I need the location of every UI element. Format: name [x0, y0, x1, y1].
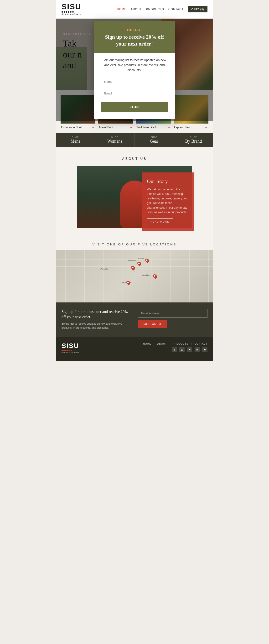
- footer-nav-home[interactable]: HOME: [143, 342, 151, 345]
- about-section: ABOUT US Our Story We get our name from …: [56, 147, 213, 236]
- social-pinterest-icon[interactable]: ⊠: [194, 347, 200, 352]
- logo-dot: [66, 11, 67, 13]
- social-instagram-icon[interactable]: ◎: [179, 347, 184, 352]
- product-name-3: Lapland Tent: [174, 126, 190, 129]
- footer-logo-dot: [69, 350, 70, 351]
- main-nav: HOME ABOUT PRODUCTS CONTACT CART (3): [117, 6, 208, 12]
- shop-gear-label-top: SHOP: [150, 136, 158, 138]
- newsletter-section: Sign up for our newsletter and receive 2…: [56, 302, 213, 337]
- about-story-box: Our Story We get our name from the Finni…: [142, 172, 194, 231]
- product-name-2: Trailblazer Pack: [136, 126, 157, 129]
- shop-categories-bar: SHOP Mens SHOP Womens SHOP Gear SHOP By …: [56, 132, 213, 147]
- footer-nav-products[interactable]: PRODUCTS: [173, 342, 188, 345]
- story-text: We get our name from the Finnish word, S…: [147, 187, 189, 215]
- footer-divider-2: |: [170, 342, 170, 345]
- nav-home[interactable]: HOME: [117, 8, 126, 11]
- footer-nav-contact[interactable]: CONTACT: [194, 342, 208, 345]
- shop-womens[interactable]: SHOP Womens: [95, 132, 134, 147]
- product-label-2: Trailblazer Pack →: [136, 124, 171, 130]
- subscribe-button[interactable]: SUBSCRIBE: [138, 320, 167, 328]
- logo-text: SISU: [62, 3, 81, 10]
- footer-tagline: finnish outfitters: [62, 352, 79, 354]
- shop-brand-label-top: SHOP: [190, 136, 197, 138]
- logo-dot: [62, 11, 63, 13]
- logo-dots: [62, 11, 81, 13]
- footer-logo-dot: [64, 350, 65, 351]
- about-container: Our Story We get our name from the Finni…: [77, 166, 192, 228]
- product-label-1: Travel Boot →: [98, 124, 133, 130]
- shop-gear[interactable]: SHOP Gear: [134, 132, 174, 147]
- product-arrow-2[interactable]: →: [167, 126, 170, 129]
- header: SISU finnish outfitters HOME ABOUT PRODU…: [56, 0, 213, 18]
- story-title: Our Story: [147, 178, 189, 184]
- footer-nav: HOME | ABOUT | PRODUCTS | CONTACT: [143, 342, 208, 345]
- nav-about[interactable]: ABOUT: [131, 8, 142, 11]
- map-label-worcester: Worcester: [100, 268, 108, 270]
- locations-section: VISIT ONE OF OUR FIVE LOCATIONS Boston W…: [56, 236, 213, 302]
- modal-description: Join our mailing list to receive updates…: [101, 58, 168, 72]
- product-arrow-0[interactable]: →: [92, 126, 95, 129]
- product-name-1: Travel Boot: [99, 126, 113, 129]
- page-wrapper: SISU finnish outfitters HOME ABOUT PRODU…: [56, 0, 213, 361]
- modal-hello: HELLO!: [101, 28, 168, 32]
- footer-logo-dot: [71, 350, 72, 351]
- product-arrow-3[interactable]: →: [204, 126, 208, 129]
- about-section-title: ABOUT US: [60, 157, 208, 160]
- modal-title: Sign up to receive 20% off your next ord…: [101, 34, 168, 47]
- footer-top: SISU finnish outfitters HOME | ABOUT |: [62, 342, 208, 354]
- modal-body: Join our mailing list to receive updates…: [94, 53, 175, 118]
- map-label-brockton: Brockton: [142, 274, 150, 276]
- social-facebook-icon[interactable]: f: [172, 347, 177, 352]
- product-name-0: Endurance Shell: [61, 126, 82, 129]
- footer-logo-text: SISU: [62, 342, 79, 349]
- map-container: Boston Worcester Providence Brockton Wal…: [56, 250, 213, 302]
- social-twitter-icon[interactable]: ✦: [187, 347, 192, 352]
- nav-products[interactable]: PRODUCTS: [146, 8, 164, 11]
- map-background: [56, 250, 213, 302]
- read-more-button[interactable]: READ MORE: [147, 218, 173, 225]
- signup-modal: HELLO! Sign up to receive 20% off your n…: [94, 21, 175, 119]
- footer-logo-area: SISU finnish outfitters: [62, 342, 79, 354]
- map-label-waltham: Waltham: [128, 260, 136, 262]
- newsletter-description: Be the first to receive updates on new a…: [62, 322, 131, 330]
- logo-dot: [64, 11, 65, 13]
- product-label-0: Endurance Shell →: [60, 124, 96, 130]
- modal-overlay[interactable]: HELLO! Sign up to receive 20% off your n…: [56, 18, 213, 121]
- hero-section: NEW ARRIVALS Tak our n and HELLO! Sign u…: [56, 18, 213, 90]
- shop-by-brand[interactable]: SHOP By Brand: [174, 132, 213, 147]
- footer-logo-dot: [67, 350, 68, 351]
- newsletter-email-input[interactable]: [138, 309, 208, 318]
- shop-womens-label-main: Womens: [107, 139, 122, 144]
- cart-button[interactable]: CART (3): [188, 6, 208, 12]
- newsletter-left: Sign up for our newsletter and receive 2…: [62, 309, 131, 330]
- footer-right: HOME | ABOUT | PRODUCTS | CONTACT f ◎ ✦ …: [143, 342, 208, 352]
- logo-dot: [70, 11, 72, 13]
- locations-title: VISIT ONE OF OUR FIVE LOCATIONS: [56, 242, 213, 246]
- social-youtube-icon[interactable]: ▶: [202, 347, 208, 352]
- footer-logo-dot: [65, 350, 66, 351]
- footer: SISU finnish outfitters HOME | ABOUT |: [56, 337, 213, 361]
- modal-name-input[interactable]: [101, 77, 168, 86]
- modal-top: HELLO! Sign up to receive 20% off your n…: [94, 21, 175, 53]
- logo-dot: [72, 11, 74, 13]
- shop-gear-label-main: Gear: [150, 139, 158, 144]
- product-label-3: Lapland Tent →: [174, 124, 208, 130]
- footer-divider-1: |: [154, 342, 154, 345]
- logo-dot: [68, 11, 70, 13]
- shop-mens-label-top: SHOP: [72, 136, 79, 138]
- newsletter-right: SUBSCRIBE: [138, 309, 208, 328]
- footer-divider-3: |: [191, 342, 192, 345]
- map-label-boston: Boston: [138, 257, 144, 260]
- nav-contact[interactable]: CONTACT: [168, 8, 184, 11]
- shop-womens-label-top: SHOP: [111, 136, 118, 138]
- logo-tagline: finnish outfitters: [62, 13, 81, 16]
- shop-mens-label-main: Mens: [70, 139, 80, 144]
- modal-join-button[interactable]: JOIN: [101, 102, 168, 112]
- product-arrow-1[interactable]: →: [129, 126, 132, 129]
- footer-nav-about[interactable]: ABOUT: [158, 342, 167, 345]
- modal-email-input[interactable]: [101, 89, 168, 98]
- shop-mens[interactable]: SHOP Mens: [56, 132, 95, 147]
- logo-area: SISU finnish outfitters: [62, 3, 81, 16]
- footer-logo-dot: [62, 350, 63, 351]
- footer-social: f ◎ ✦ ⊠ ▶: [143, 347, 208, 352]
